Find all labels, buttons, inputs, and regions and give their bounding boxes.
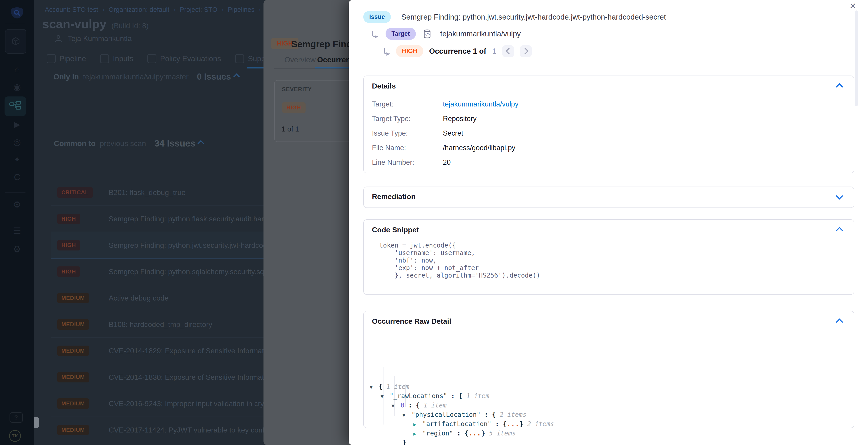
- target-header-row: Target </> tejakummarikuntla/vulpy: [372, 28, 521, 40]
- detail-value: Secret: [443, 129, 463, 138]
- detail-value[interactable]: tejakummarikuntla/vulpy: [443, 100, 519, 108]
- severity-badge[interactable]: HIGH: [282, 102, 306, 113]
- detail-value: Repository: [443, 115, 476, 123]
- severity-badge: HIGH: [57, 266, 80, 277]
- detail-row: File Name:/harness/good/libapi.py: [372, 141, 827, 155]
- json-collapsed-dots: ...: [507, 420, 520, 428]
- json-item-count: 1 item: [383, 383, 409, 390]
- close-icon[interactable]: ×: [850, 0, 856, 11]
- collapse-chevron-icon[interactable]: [233, 73, 240, 80]
- test-targets-icon[interactable]: ✦: [0, 155, 34, 164]
- tab-label: Pipeline: [59, 54, 86, 63]
- user-icon: [54, 34, 63, 43]
- chevron-up-icon[interactable]: [836, 227, 843, 234]
- breadcrumb-item[interactable]: Project: STO: [180, 6, 217, 13]
- expand-arrow-icon[interactable]: ▶: [413, 429, 423, 438]
- json-bracket: {: [416, 402, 420, 409]
- chaos-icon[interactable]: C: [0, 173, 34, 182]
- code-snippet-card: Code Snippet token = jwt.encode({ 'usern…: [363, 219, 855, 295]
- issue-tag: Issue: [363, 11, 391, 23]
- chevron-up-icon[interactable]: [836, 318, 843, 326]
- collapse-arrow-icon[interactable]: ▼: [392, 401, 401, 410]
- pagination-label: 1 of 1: [281, 125, 299, 133]
- tab-inputs[interactable]: Inputs: [100, 54, 133, 63]
- branch-arrow-icon: [384, 48, 390, 54]
- tab-icon: [147, 54, 156, 63]
- module-switcher-icon[interactable]: [5, 29, 26, 54]
- issue-title: Semgrep Finding: python.jwt.security.jwt…: [401, 13, 666, 21]
- chevron-down-icon[interactable]: [836, 192, 843, 200]
- collapse-arrow-icon[interactable]: ▼: [402, 411, 411, 419]
- severity-badge: MEDIUM: [57, 398, 89, 409]
- tab-pipeline[interactable]: Pipeline: [46, 54, 86, 63]
- json-tree-row[interactable]: ▶"region" : {...} 5 items: [370, 429, 554, 438]
- screen: Account: STO test›Organization: default›…: [0, 0, 868, 445]
- tab-icon: [235, 54, 244, 63]
- org-settings-icon[interactable]: ⚙: [0, 244, 34, 254]
- json-key: "physicalLocation": [411, 411, 480, 418]
- executions-icon[interactable]: ▶: [0, 120, 34, 129]
- tab-label: Inputs: [113, 54, 133, 63]
- severity-badge: MEDIUM: [57, 425, 89, 435]
- prev-occurrence-button[interactable]: [502, 45, 514, 57]
- settings-icon[interactable]: ⚙: [0, 199, 34, 210]
- json-colon: :: [453, 429, 465, 437]
- chevron-left-icon: [505, 48, 512, 55]
- json-tree-row[interactable]: }: [370, 438, 554, 445]
- pipelines-active-tile[interactable]: [4, 96, 26, 116]
- occurrence-nav-row: HIGH Occurrence 1 of 1: [384, 45, 532, 57]
- severity-badge: MEDIUM: [57, 346, 89, 356]
- collapse-chevron-icon[interactable]: [197, 140, 205, 147]
- json-collapsed-brace: }: [481, 429, 485, 437]
- only-in-section-header[interactable]: Only in tejakummarikuntla/vulpy:master 0…: [54, 72, 239, 82]
- scans-icon[interactable]: ◉: [0, 82, 34, 92]
- detail-label: Line Number:: [372, 158, 443, 167]
- scrollbar-thumb[interactable]: [855, 10, 858, 106]
- json-item-count: 5 items: [485, 429, 516, 437]
- repository-icon: </>: [422, 29, 432, 39]
- json-tree-row[interactable]: ▼0 : { 1 item: [370, 401, 554, 410]
- targets-icon[interactable]: ◎: [0, 137, 34, 147]
- collapse-arrow-icon[interactable]: ▼: [370, 383, 379, 391]
- svg-text:</>: </>: [424, 32, 430, 36]
- code-line: 'nbf': now,: [379, 257, 540, 264]
- breadcrumb-item[interactable]: Pipelines: [228, 6, 255, 13]
- detail-label: File Name:: [372, 144, 443, 152]
- account-resources-icon[interactable]: ☰: [0, 226, 34, 236]
- expand-arrow-icon[interactable]: ▶: [413, 420, 423, 429]
- issue-title: Active debug code: [109, 294, 168, 302]
- json-tree-row[interactable]: ▶"artifactLocation" : {...} 2 items: [370, 419, 554, 429]
- harness-sto-logo-icon[interactable]: [0, 6, 34, 19]
- avatar[interactable]: TK: [9, 430, 21, 442]
- breadcrumb-item[interactable]: Organization: default: [108, 6, 169, 13]
- breadcrumb-item[interactable]: Account: STO test: [45, 6, 98, 13]
- sidebar-collapse-handle[interactable]: [34, 417, 39, 428]
- detail-value: /harness/good/libapi.py: [443, 144, 516, 152]
- code-line: token = jwt.encode({: [379, 242, 540, 249]
- breadcrumb-separator: ›: [102, 6, 104, 13]
- next-occurrence-button[interactable]: [520, 45, 532, 57]
- json-tree-row[interactable]: ▼"physicalLocation" : { 2 items: [370, 410, 554, 419]
- breadcrumb-separator: ›: [259, 6, 261, 13]
- severity-badge: HIGH: [57, 240, 80, 250]
- collapse-arrow-icon[interactable]: ▼: [380, 392, 390, 401]
- json-item-count: 1 item: [420, 402, 446, 409]
- detail-row: Target:tejakummarikuntla/vulpy: [372, 97, 827, 112]
- json-tree-row[interactable]: ▼"_rawLocations" : [ 1 item: [370, 391, 554, 401]
- occurrence-label: Occurrence 1 of: [429, 47, 486, 56]
- details-heading: Details: [372, 82, 396, 90]
- json-tree-row[interactable]: ▼{ 1 item: [370, 382, 554, 391]
- detail-label: Target:: [372, 100, 443, 108]
- issue-title: B108: hardcoded_tmp_directory: [109, 320, 212, 328]
- json-colon: :: [480, 411, 492, 418]
- tab-overview[interactable]: Overview: [284, 56, 316, 64]
- home-icon[interactable]: ⌂: [0, 64, 34, 75]
- severity-badge: CRITICAL: [57, 187, 93, 198]
- detail-row: Issue Type:Secret: [372, 126, 827, 141]
- tab-policy-evaluations[interactable]: Policy Evaluations: [147, 54, 221, 63]
- common-section-header[interactable]: Common to previous scan 34 Issues: [54, 138, 203, 149]
- help-icon[interactable]: ?: [9, 412, 23, 423]
- json-collapsed-brace: }: [520, 420, 523, 428]
- json-bracket: }: [402, 439, 406, 445]
- chevron-up-icon[interactable]: [836, 83, 843, 91]
